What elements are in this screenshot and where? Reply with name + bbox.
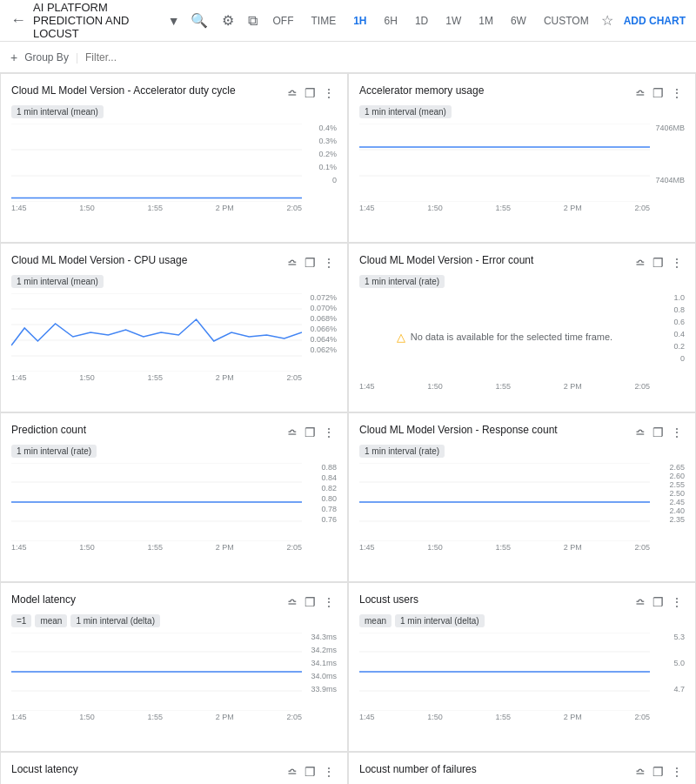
chart8: Locust users≏❐⋮mean1 min interval (delta…: [348, 582, 696, 752]
expand-icon[interactable]: ❐: [303, 763, 318, 781]
compare-icon[interactable]: ≏: [285, 593, 299, 611]
chart-tag: 1 min interval (mean): [359, 105, 452, 118]
y-axis: 0.880.840.820.800.780.76: [321, 463, 337, 524]
dropdown-icon[interactable]: ▼: [168, 14, 180, 28]
more-icon[interactable]: ⋮: [321, 254, 337, 271]
expand-icon[interactable]: ❐: [303, 254, 318, 271]
chart-actions: ≏❐⋮: [285, 254, 337, 271]
settings-icon[interactable]: ⚙: [218, 9, 238, 32]
compare-icon[interactable]: ≏: [633, 763, 647, 781]
x-label: 1:45: [359, 204, 375, 212]
chart-title: Cloud ML Model Version - Response count: [359, 424, 633, 436]
chart10: Locust number of failures≏❐⋮mean1 min in…: [348, 752, 696, 784]
chart-area: [359, 633, 650, 711]
y-axis: 7406MB7404MB: [655, 124, 685, 184]
chart-title: Cloud ML Model Version - Accelerator dut…: [11, 84, 285, 97]
x-axis: 1:451:501:552 PM2:05: [359, 543, 685, 552]
more-icon[interactable]: ⋮: [669, 763, 685, 781]
custom-button[interactable]: CUSTOM: [539, 12, 594, 30]
y-label: 0.84: [321, 473, 337, 482]
compare-icon[interactable]: ≏: [285, 763, 299, 781]
more-icon[interactable]: ⋮: [321, 84, 337, 102]
chart-area: [11, 633, 302, 711]
x-label: 1:55: [495, 204, 511, 212]
x-label: 2 PM: [564, 204, 582, 212]
expand-icon[interactable]: ❐: [303, 84, 318, 102]
chart-actions: ≏❐⋮: [633, 254, 685, 271]
expand-icon[interactable]: ❐: [303, 593, 318, 611]
compare-icon[interactable]: ≏: [633, 254, 647, 271]
chart-tag: 1 min interval (delta): [395, 614, 485, 627]
chart-wrapper: 7406MB7404MB: [359, 124, 685, 202]
x-axis: 1:451:501:552 PM2:05: [11, 373, 337, 382]
x-label: 1:45: [11, 204, 27, 212]
more-icon[interactable]: ⋮: [669, 84, 685, 102]
expand-icon[interactable]: ❐: [651, 84, 666, 102]
filter-input[interactable]: [85, 51, 686, 64]
6w-button[interactable]: 6W: [505, 12, 532, 30]
expand-icon[interactable]: ❐: [651, 593, 666, 611]
expand-icon[interactable]: ❐: [651, 424, 666, 441]
chart-actions: ≏❐⋮: [633, 84, 685, 102]
y-label: 0.4: [673, 330, 685, 338]
chart-title: Model latency: [11, 593, 285, 606]
more-icon[interactable]: ⋮: [669, 254, 685, 271]
compare-icon[interactable]: ≏: [285, 254, 299, 271]
chart-title: Prediction count: [11, 424, 285, 436]
more-icon[interactable]: ⋮: [321, 593, 337, 611]
x-label: 1:45: [11, 373, 27, 382]
time-button[interactable]: TIME: [306, 12, 342, 30]
compare-icon[interactable]: ≏: [285, 424, 299, 441]
expand-icon[interactable]: ❐: [651, 254, 666, 271]
x-label: 2 PM: [216, 373, 234, 382]
chart-header: Accelerator memory usage≏❐⋮: [359, 84, 685, 102]
back-icon[interactable]: ←: [10, 11, 26, 30]
x-label: 1:55: [495, 382, 511, 391]
chart-tags: 1 min interval (mean): [11, 105, 337, 118]
1m-button[interactable]: 1M: [473, 12, 499, 30]
chart-tag: 1 min interval (mean): [11, 275, 104, 288]
x-label: 2:05: [286, 373, 302, 382]
compare-icon[interactable]: ≏: [285, 84, 299, 102]
resize-icon[interactable]: ⧉: [244, 10, 261, 32]
search-icon[interactable]: 🔍: [187, 9, 211, 32]
group-by-button[interactable]: Group By: [24, 51, 69, 64]
x-label: 2:05: [634, 382, 650, 391]
off-button[interactable]: OFF: [268, 12, 299, 30]
x-axis: 1:451:501:552 PM2:05: [359, 382, 685, 391]
chart-wrapper: 5.35.04.7: [359, 633, 685, 711]
y-label: 2.45: [669, 498, 685, 506]
more-icon[interactable]: ⋮: [669, 593, 685, 611]
compare-icon[interactable]: ≏: [633, 424, 647, 441]
add-chart-button[interactable]: ADD CHART: [624, 15, 686, 27]
y-label: 33.9ms: [311, 685, 337, 694]
star-icon[interactable]: ☆: [601, 12, 613, 29]
more-icon[interactable]: ⋮: [321, 424, 337, 441]
chart2: Accelerator memory usage≏❐⋮1 min interva…: [348, 73, 696, 243]
1d-button[interactable]: 1D: [410, 12, 433, 30]
compare-icon[interactable]: ≏: [633, 593, 647, 611]
chart-tag: mean: [359, 614, 392, 627]
x-axis: 1:451:501:552 PM2:05: [11, 543, 337, 552]
more-icon[interactable]: ⋮: [321, 763, 337, 781]
x-label: 2:05: [634, 543, 650, 552]
expand-icon[interactable]: ❐: [303, 424, 318, 441]
chart-tags: mean1 min interval (delta): [359, 614, 685, 627]
y-label: 0.1%: [318, 163, 337, 171]
chart-tags: 1 min interval (rate): [359, 445, 685, 458]
plus-icon[interactable]: +: [10, 50, 17, 64]
6h-button[interactable]: 6H: [379, 12, 403, 30]
x-label: 2:05: [286, 713, 302, 721]
y-axis: 0.4%0.3%0.2%0.1%0: [318, 124, 337, 184]
1w-button[interactable]: 1W: [440, 12, 466, 30]
y-label: 0.072%: [310, 293, 337, 302]
y-axis: 34.3ms34.2ms34.1ms34.0ms33.9ms: [311, 633, 337, 694]
1h-button[interactable]: 1H: [348, 12, 371, 30]
more-icon[interactable]: ⋮: [669, 424, 685, 441]
chart-wrapper: 2.652.602.552.502.452.402.35: [359, 463, 685, 541]
y-axis: 1.00.80.60.40.20: [673, 293, 685, 363]
expand-icon[interactable]: ❐: [651, 763, 666, 781]
compare-icon[interactable]: ≏: [633, 84, 647, 102]
chart-area: [11, 124, 302, 202]
chart-actions: ≏❐⋮: [633, 424, 685, 441]
